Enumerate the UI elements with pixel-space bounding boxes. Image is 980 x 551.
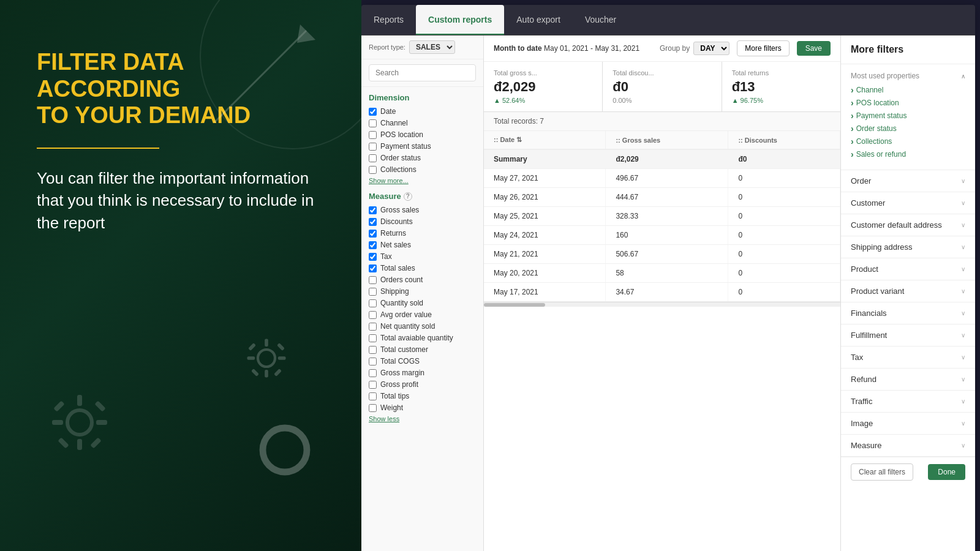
chevron-down-icon: ∨ (961, 332, 965, 339)
svg-rect-17 (277, 343, 285, 351)
dimension-item[interactable]: Order status (369, 154, 476, 162)
total-records: Total records: 7 (484, 112, 840, 131)
returns-label: Total returns (732, 69, 831, 77)
filter-section-row[interactable]: Image∨ (841, 413, 975, 435)
filter-section-row[interactable]: Measure∨ (841, 435, 975, 457)
most-used-property-link[interactable]: Collections (851, 137, 965, 146)
svg-rect-14 (247, 356, 255, 360)
measure-item[interactable]: Total sales (369, 264, 476, 272)
tab-voucher[interactable]: Voucher (573, 5, 628, 35)
filter-section-row[interactable]: Product variant∨ (841, 280, 975, 302)
svg-rect-19 (274, 369, 282, 377)
summary-cards: Total gross s... đ2,029 ▲ 52.64% Total d… (484, 62, 840, 112)
table-row: May 20, 2021580 (484, 264, 840, 283)
svg-rect-13 (265, 370, 268, 378)
col-date[interactable]: :: Date ⇅ (484, 131, 606, 149)
measure-item[interactable]: Weight (369, 403, 476, 412)
discounts-value: đ0 (612, 79, 711, 95)
measure-item[interactable]: Net quantity sold (369, 322, 476, 331)
app-frame: Reports Custom reports Auto export Vouch… (361, 5, 975, 551)
search-input[interactable] (369, 64, 476, 81)
dimension-section-title: Dimension (369, 93, 476, 102)
measure-item[interactable]: Shipping (369, 287, 476, 296)
most-used-chevron-up-icon[interactable]: ∧ (961, 73, 965, 80)
dimension-item[interactable]: Collections (369, 165, 476, 174)
measure-item[interactable]: Tax (369, 252, 476, 261)
show-more-link[interactable]: Show more... (369, 177, 476, 184)
save-button[interactable]: Save (797, 41, 831, 56)
data-table: :: Date ⇅ :: Gross sales :: Discounts Su… (484, 131, 840, 302)
measure-item[interactable]: Orders count (369, 276, 476, 284)
dimension-item[interactable]: POS location (369, 130, 476, 139)
summary-card-discounts: Total discou... đ0 0.00% (603, 62, 721, 111)
svg-rect-8 (94, 400, 105, 411)
report-type-label: Report type: (369, 43, 405, 51)
filter-section-row[interactable]: Customer∨ (841, 192, 975, 214)
filter-section-row[interactable]: Shipping address∨ (841, 236, 975, 258)
filter-section-row[interactable]: Customer default address∨ (841, 214, 975, 236)
most-used-property-link[interactable]: Order status (851, 124, 965, 133)
measure-item[interactable]: Gross margin (369, 369, 476, 377)
top-nav: Reports Custom reports Auto export Vouch… (361, 5, 975, 36)
tab-custom-reports[interactable]: Custom reports (416, 5, 504, 35)
filter-section-row[interactable]: Traffic∨ (841, 391, 975, 413)
report-type-select[interactable]: SALES (409, 40, 455, 54)
returns-value: đ13 (732, 79, 831, 95)
svg-point-11 (258, 350, 275, 367)
most-used-property-link[interactable]: POS location (851, 98, 965, 108)
measure-section-title: Measure ? (369, 192, 476, 201)
measure-item[interactable]: Total tips (369, 392, 476, 400)
most-used-property-link[interactable]: Sales or refund (851, 149, 965, 159)
most-used-property-link[interactable]: Channel (851, 85, 965, 95)
filter-section-row[interactable]: Financials∨ (841, 302, 975, 324)
chevron-down-icon: ∨ (961, 398, 965, 405)
measure-item[interactable]: Net sales (369, 241, 476, 249)
most-used-property-link[interactable]: Payment status (851, 111, 965, 121)
filter-section-row[interactable]: Fulfillment∨ (841, 324, 975, 347)
dimension-item[interactable]: Date (369, 107, 476, 116)
measure-item[interactable]: Discounts (369, 217, 476, 226)
svg-rect-18 (251, 369, 259, 377)
gross-sales-value: đ2,029 (494, 79, 592, 95)
date-filter: Month to date May 01, 2021 - May 31, 202… (494, 44, 639, 53)
svg-rect-15 (278, 356, 286, 360)
table-row: May 24, 20211600 (484, 226, 840, 245)
dimension-item[interactable]: Channel (369, 119, 476, 127)
chevron-down-icon: ∨ (961, 354, 965, 361)
measure-info-icon: ? (404, 192, 412, 201)
horizontal-scrollbar[interactable] (484, 302, 840, 307)
gear-large-icon (49, 392, 110, 453)
filter-section-row[interactable]: Order∨ (841, 170, 975, 192)
svg-line-0 (214, 31, 306, 122)
filter-section-row[interactable]: Refund∨ (841, 369, 975, 391)
measure-item[interactable]: Total COGS (369, 357, 476, 365)
chevron-down-icon: ∨ (961, 310, 965, 317)
col-discounts[interactable]: :: Discounts (728, 131, 840, 149)
dimension-item[interactable]: Payment status (369, 142, 476, 151)
col-gross-sales[interactable]: :: Gross sales (606, 131, 728, 149)
measure-item[interactable]: Total avaiable quantity (369, 334, 476, 342)
done-button[interactable]: Done (928, 464, 965, 480)
measure-item[interactable]: Gross profit (369, 380, 476, 389)
more-filters-button[interactable]: More filters (737, 40, 789, 56)
svg-rect-3 (77, 395, 82, 406)
group-by-label: Group by (660, 44, 690, 53)
group-by-select[interactable]: DAY (693, 42, 729, 55)
tab-reports[interactable]: Reports (361, 5, 416, 35)
filter-section-row[interactable]: Product∨ (841, 258, 975, 280)
measure-item[interactable]: Returns (369, 229, 476, 238)
table-body: Summaryđ2,029đ0May 27, 2021496.670May 26… (484, 149, 840, 302)
measure-item[interactable]: Quantity sold (369, 299, 476, 307)
chevron-down-icon: ∨ (961, 420, 965, 427)
clear-all-filters-button[interactable]: Clear all filters (851, 463, 913, 481)
measure-item[interactable]: Total customer (369, 345, 476, 354)
table-row: May 25, 2021328.330 (484, 207, 840, 226)
donut-decoration-icon (257, 422, 312, 478)
show-less-link[interactable]: Show less (369, 415, 476, 422)
table-row: May 17, 202134.670 (484, 283, 840, 302)
filter-section-row[interactable]: Tax∨ (841, 347, 975, 369)
measure-item[interactable]: Gross sales (369, 206, 476, 214)
tab-auto-export[interactable]: Auto export (504, 5, 573, 35)
measure-item[interactable]: Avg order value (369, 310, 476, 319)
svg-rect-4 (77, 439, 82, 450)
